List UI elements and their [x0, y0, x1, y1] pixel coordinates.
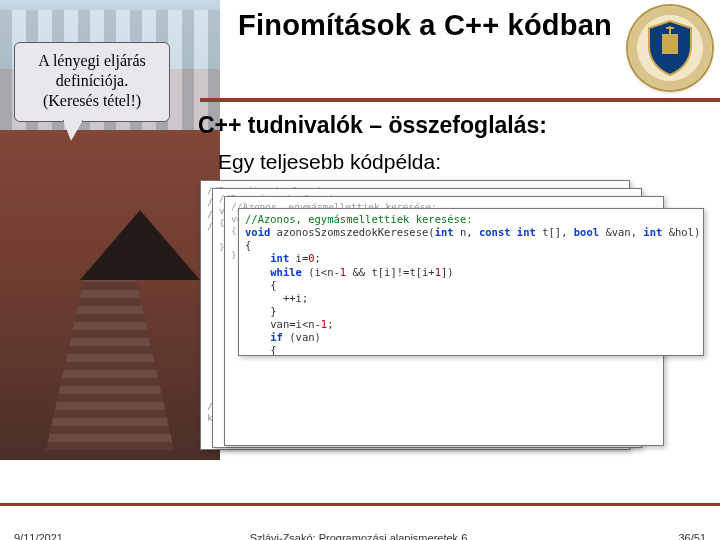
- svg-rect-0: [662, 34, 678, 54]
- footer-page: 36/51: [678, 532, 706, 540]
- title-underline: [200, 98, 720, 102]
- footer-rule: [0, 503, 720, 506]
- logo-crest: [628, 6, 712, 90]
- code-main: //Azonos, egymásmellettiek keresése: voi…: [239, 209, 703, 356]
- code-stack: //Paraméter-beolvasás: //int main //{ //…: [200, 180, 710, 460]
- callout-bubble: A lényegi eljárás definíciója. (Keresés …: [14, 42, 170, 122]
- callout-line: A lényegi eljárás: [21, 51, 163, 71]
- slide-title: Finomítások a C++ kódban: [230, 8, 620, 43]
- callout-line: (Keresés tétel!): [21, 91, 163, 111]
- slide: Finomítások a C++ kódban A lényegi eljár…: [0, 0, 720, 540]
- section-heading: C++ tudnivalók – összefoglalás:: [198, 112, 718, 139]
- code-card-focus: //Azonos, egymásmellettiek keresése: voi…: [238, 208, 704, 356]
- section-subheading: Egy teljesebb kódpélda:: [218, 150, 441, 174]
- code-cmt: //Azonos, egymásmellettiek keresése:: [245, 213, 473, 225]
- callout-line: definíciója.: [21, 71, 163, 91]
- shield-icon: [646, 20, 694, 76]
- footer-center: Szlávi-Zsakó: Programozási alapismeretek…: [0, 532, 720, 540]
